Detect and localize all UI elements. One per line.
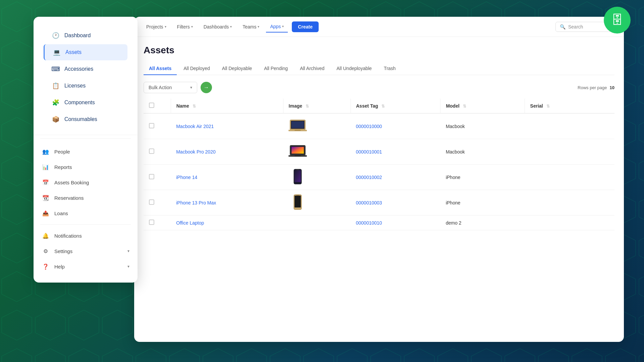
col-header-serial[interactable]: Serial ⇅ bbox=[525, 99, 614, 113]
nav-item-filters[interactable]: Filters ▾ bbox=[173, 21, 197, 32]
page-title: Assets bbox=[144, 45, 614, 56]
dashboard-icon: 🕐 bbox=[52, 32, 60, 40]
sidebar-item-dashboard[interactable]: 🕐 Dashboard bbox=[44, 27, 127, 44]
asset-name-link-2[interactable]: iPhone 14 bbox=[176, 175, 197, 180]
row-image-3 bbox=[283, 190, 351, 216]
row-model-3: iPhone bbox=[440, 190, 525, 216]
filter-tab-all-pending[interactable]: All Pending bbox=[259, 62, 293, 75]
nav-item-teams[interactable]: Teams ▾ bbox=[238, 21, 263, 32]
tag-sort-icon: ⇅ bbox=[381, 104, 385, 109]
row-checkbox-2[interactable] bbox=[149, 174, 154, 179]
col-header-model[interactable]: Model ⇅ bbox=[440, 99, 525, 113]
row-serial-3 bbox=[525, 190, 614, 216]
sidebar-item-notifications[interactable]: 🔔 Notifications bbox=[34, 228, 138, 243]
row-name-1: Macbook Pro 2020 bbox=[171, 139, 283, 165]
row-tag-4: 0000010010 bbox=[351, 216, 440, 230]
nav-dashboards-label: Dashboards bbox=[204, 24, 229, 29]
main-content: Projects ▾ Filters ▾ Dashboards ▾ Teams … bbox=[134, 17, 624, 342]
asset-tag-value-4: 0000010010 bbox=[356, 220, 382, 226]
nav-item-dashboards[interactable]: Dashboards ▾ bbox=[200, 21, 236, 32]
filter-tab-all-deployed[interactable]: All Deployed bbox=[178, 62, 215, 75]
row-serial-0 bbox=[525, 113, 614, 139]
sidebar-item-reports[interactable]: 📊 Reports bbox=[34, 159, 138, 175]
asset-name-link-3[interactable]: iPhone 13 Pro Max bbox=[176, 200, 216, 205]
assets-icon: 💻 bbox=[53, 48, 61, 56]
filter-tabs: All Assets All Deployed All Deployable A… bbox=[144, 62, 614, 75]
table-row: iPhone 14 0000010002 iPhone bbox=[144, 165, 614, 190]
sidebar-bottom-section: 👥 People 📊 Reports 📅 Assets Booking 📆 Re… bbox=[34, 142, 138, 276]
row-tag-2: 0000010002 bbox=[351, 165, 440, 190]
sidebar-item-people[interactable]: 👥 People bbox=[34, 144, 138, 159]
row-serial-4 bbox=[525, 216, 614, 230]
col-header-asset-tag[interactable]: Asset Tag ⇅ bbox=[351, 99, 440, 113]
sidebar-divider bbox=[40, 138, 131, 139]
row-name-0: Macbook Air 2021 bbox=[171, 113, 283, 139]
filter-tab-all-assets[interactable]: All Assets bbox=[144, 62, 177, 75]
sidebar-item-consumables[interactable]: 📦 Consumables bbox=[44, 111, 127, 127]
filter-tab-all-deployable[interactable]: All Deployable bbox=[217, 62, 258, 75]
asset-name-link-1[interactable]: Macbook Pro 2020 bbox=[176, 149, 216, 155]
create-button[interactable]: Create bbox=[292, 21, 319, 32]
col-header-image[interactable]: Image ⇅ bbox=[283, 99, 351, 113]
row-checkbox-4[interactable] bbox=[149, 220, 154, 225]
nav-item-apps[interactable]: Apps ▾ bbox=[266, 21, 288, 33]
filter-tab-all-archived[interactable]: All Archived bbox=[294, 62, 330, 75]
sidebar-item-components[interactable]: 🧩 Components bbox=[44, 95, 127, 111]
row-checkbox-3[interactable] bbox=[149, 199, 154, 205]
row-model-2: iPhone bbox=[440, 165, 525, 190]
sidebar-item-licenses[interactable]: 📋 Licenses bbox=[44, 78, 127, 94]
filters-chevron-icon: ▾ bbox=[191, 25, 193, 28]
sidebar-item-settings[interactable]: ⚙ Settings ▾ bbox=[34, 243, 138, 259]
row-checkbox-1[interactable] bbox=[149, 148, 154, 154]
asset-model-value-4: demo 2 bbox=[446, 220, 462, 226]
asset-model-value-0: Macbook bbox=[446, 124, 465, 129]
serial-sort-icon: ⇅ bbox=[546, 104, 550, 109]
col-header-check bbox=[144, 99, 171, 113]
row-model-1: Macbook bbox=[440, 139, 525, 165]
sidebar-item-accessories[interactable]: ⌨ Accessories bbox=[44, 61, 127, 77]
sidebar-item-assets-booking-label: Assets Booking bbox=[54, 180, 89, 185]
asset-model-value-1: Macbook bbox=[446, 149, 465, 155]
rows-per-page-label: Rows per page bbox=[578, 85, 607, 90]
filter-tab-all-undeployable[interactable]: All Undeployable bbox=[331, 62, 377, 75]
sidebar-item-loans[interactable]: 📤 Loans bbox=[34, 205, 138, 221]
asset-name-link-4[interactable]: Office Laptop bbox=[176, 220, 204, 226]
assets-booking-icon: 📅 bbox=[42, 178, 50, 186]
sidebar-item-reservations[interactable]: 📆 Reservations bbox=[34, 190, 138, 205]
row-model-0: Macbook bbox=[440, 113, 525, 139]
page-body: Assets All Assets All Deployed All Deplo… bbox=[134, 37, 624, 342]
table-row: Macbook Pro 2020 0000010001 Macbook bbox=[144, 139, 614, 165]
bulk-go-icon: → bbox=[204, 84, 209, 90]
name-sort-icon: ⇅ bbox=[193, 104, 196, 109]
table-row: Macbook Air 2021 0000010000 Macbook bbox=[144, 113, 614, 139]
asset-tag-value-0: 0000010000 bbox=[356, 124, 382, 129]
filter-tab-trash[interactable]: Trash bbox=[378, 62, 401, 75]
sidebar-item-help[interactable]: ❓ Help ▾ bbox=[34, 259, 138, 274]
consumables-icon: 📦 bbox=[52, 115, 60, 123]
svg-rect-16 bbox=[296, 195, 299, 195]
asset-tag-value-1: 0000010001 bbox=[356, 149, 382, 155]
row-name-2: iPhone 14 bbox=[171, 165, 283, 190]
model-sort-icon: ⇅ bbox=[463, 104, 466, 109]
bulk-action-dropdown[interactable]: Bulk Action ▾ bbox=[144, 82, 197, 93]
sidebar-item-assets[interactable]: 💻 Assets bbox=[44, 44, 127, 60]
row-checkbox-0[interactable] bbox=[149, 123, 154, 128]
apps-chevron-icon: ▾ bbox=[282, 24, 284, 28]
sidebar-item-licenses-label: Licenses bbox=[64, 83, 86, 89]
settings-icon: ⚙ bbox=[42, 247, 50, 255]
asset-tag-value-2: 0000010002 bbox=[356, 175, 382, 180]
app-logo: 🗄 bbox=[604, 7, 631, 34]
select-all-checkbox[interactable] bbox=[149, 103, 154, 108]
row-serial-2 bbox=[525, 165, 614, 190]
row-model-4: demo 2 bbox=[440, 216, 525, 230]
sidebar-item-assets-booking[interactable]: 📅 Assets Booking bbox=[34, 175, 138, 190]
row-image-4 bbox=[283, 216, 351, 230]
svg-rect-17 bbox=[294, 196, 301, 207]
help-icon: ❓ bbox=[42, 262, 50, 270]
nav-filters-label: Filters bbox=[177, 24, 190, 29]
bulk-action-go-button[interactable]: → bbox=[201, 82, 212, 93]
accessories-icon: ⌨ bbox=[52, 65, 60, 73]
asset-name-link-0[interactable]: Macbook Air 2021 bbox=[176, 124, 214, 129]
col-header-name[interactable]: Name ⇅ bbox=[171, 99, 283, 113]
nav-item-projects[interactable]: Projects ▾ bbox=[142, 21, 170, 32]
